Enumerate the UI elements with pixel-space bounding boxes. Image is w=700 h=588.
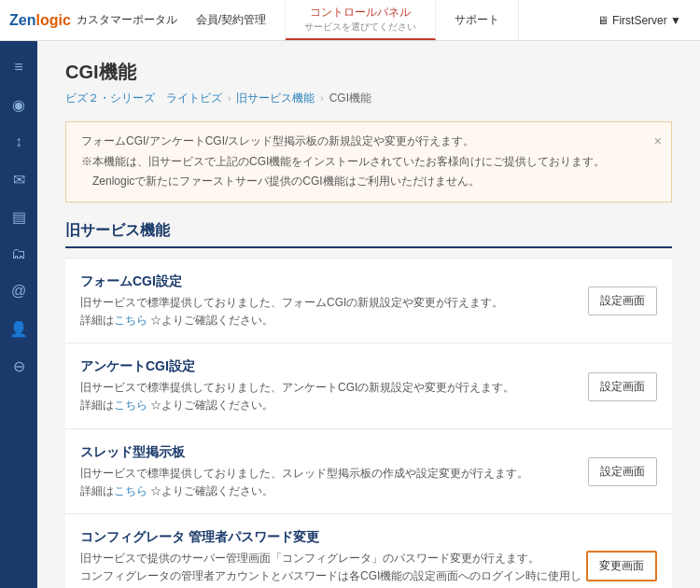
- breadcrumb-current: CGI機能: [329, 91, 371, 106]
- nav-tab-support[interactable]: サポート: [436, 0, 519, 40]
- logo: Zenlogic: [9, 12, 71, 29]
- page-title: CGI機能: [65, 60, 672, 85]
- service-item-btn-2[interactable]: 設定画面: [588, 457, 657, 486]
- nav-tab-membership-label: 会員/契約管理: [196, 13, 266, 28]
- sidebar-mail-icon[interactable]: ✉: [2, 162, 35, 196]
- service-item-3: コンフィグレータ 管理者パスワード変更旧サービスで提供のサーバー管理画面「コンフ…: [65, 514, 672, 588]
- sidebar: ≡ ◉ ↕ ✉ ▤ 🗂 @ 👤 ⊖: [0, 41, 37, 588]
- service-item-desc2-2: 詳細はこちら ☆よりご確認ください。: [80, 483, 588, 500]
- nav-tab-support-label: サポート: [455, 13, 499, 28]
- breadcrumb-old-service[interactable]: 旧サービス機能: [236, 91, 315, 106]
- service-item-0: フォームCGI設定旧サービスで標準提供しておりました、フォームCGIの新規設定や…: [65, 258, 672, 343]
- main-content: CGI機能 ビズ２・シリーズ ライトビズ › 旧サービス機能 › CGI機能 フ…: [37, 41, 700, 588]
- service-item-link-0[interactable]: こちら: [114, 314, 147, 327]
- nav-tab-controlpanel[interactable]: コントロールパネル サービスを選びてください: [286, 0, 436, 40]
- notice-line2: ※本機能は、旧サービスで上記のCGI機能をインストールされていたお客様向けにご提…: [81, 152, 643, 173]
- service-item-desc1-0: 旧サービスで標準提供しておりました、フォームCGIの新規設定や変更が行えます。: [80, 294, 588, 312]
- nav-tab-membership[interactable]: 会員/契約管理: [177, 0, 286, 40]
- main-layout: ≡ ◉ ↕ ✉ ▤ 🗂 @ 👤 ⊖ CGI機能 ビズ２・シリーズ ライトビズ ›…: [0, 41, 700, 588]
- notice-close-button[interactable]: ×: [654, 130, 662, 153]
- notice-line1: フォームCGI/アンケートCGI/スレッド型掲示板の新規設定や変更が行えます。: [81, 132, 643, 152]
- service-item-desc2-0: 詳細はこちら ☆よりご確認ください。: [80, 312, 588, 329]
- service-item-content-0: フォームCGI設定旧サービスで標準提供しておりました、フォームCGIの新規設定や…: [80, 273, 588, 329]
- user-menu[interactable]: 🖥 FirstServer ▼: [588, 14, 691, 27]
- logo-zen: Zen: [9, 12, 35, 29]
- service-item-name-2: スレッド型掲示板: [80, 444, 588, 461]
- notice-box: フォームCGI/アンケートCGI/スレッド型掲示板の新規設定や変更が行えます。 …: [65, 121, 672, 203]
- service-item-content-1: アンケートCGI設定旧サービスで標準提供しておりました、アンケートCGIの新規設…: [80, 358, 588, 414]
- nav-tab-controlpanel-sub: サービスを選びてください: [304, 21, 416, 33]
- logo-area: Zenlogic カスタマーポータル: [9, 12, 177, 29]
- sidebar-user-icon[interactable]: 👤: [2, 312, 35, 345]
- service-item-desc1-3: 旧サービスで提供のサーバー管理画面「コンフィグレータ」のパスワード変更が行えます…: [80, 550, 586, 567]
- service-item-name-1: アンケートCGI設定: [80, 358, 588, 375]
- service-item-btn-1[interactable]: 設定画面: [588, 372, 657, 401]
- service-item-desc2-1: 詳細はこちら ☆よりご確認ください。: [80, 397, 588, 414]
- service-item-btn-3[interactable]: 変更画面: [586, 551, 657, 581]
- user-label: FirstServer ▼: [612, 14, 681, 27]
- service-item-1: アンケートCGI設定旧サービスで標準提供しておりました、アンケートCGIの新規設…: [65, 343, 672, 428]
- service-item-name-0: フォームCGI設定: [80, 273, 588, 290]
- service-item-content-2: スレッド型掲示板旧サービスで標準提供しておりました、スレッド型掲示板の作成や設定…: [80, 444, 588, 500]
- service-item-name-3: コンフィグレータ 管理者パスワード変更: [80, 529, 586, 546]
- main-nav: 会員/契約管理 コントロールパネル サービスを選びてください サポート: [177, 0, 588, 40]
- sidebar-transfer-icon[interactable]: ↕: [2, 125, 35, 159]
- service-item-link-1[interactable]: こちら: [114, 399, 147, 412]
- service-item-2: スレッド型掲示板旧サービスで標準提供しておりました、スレッド型掲示板の作成や設定…: [65, 429, 672, 514]
- sidebar-globe-icon[interactable]: ◉: [2, 88, 35, 121]
- sidebar-menu-icon[interactable]: ≡: [2, 50, 35, 84]
- notice-line3: Zenlogicで新たにファーストサーバ提供のCGI機能はご利用いただけません。: [81, 172, 643, 192]
- nav-tab-controlpanel-label: コントロールパネル: [310, 6, 411, 21]
- service-item-content-3: コンフィグレータ 管理者パスワード変更旧サービスで提供のサーバー管理画面「コンフ…: [80, 529, 586, 588]
- section-title: 旧サービス機能: [65, 221, 672, 248]
- breadcrumb: ビズ２・シリーズ ライトビズ › 旧サービス機能 › CGI機能: [65, 91, 672, 106]
- logo-portal-text: カスタマーポータル: [77, 12, 177, 28]
- service-item-desc2-3: コンフィグレータの管理者アカウントとパスワードは各CGI機能の設定画面へのログイ…: [80, 567, 586, 588]
- header: Zenlogic カスタマーポータル 会員/契約管理 コントロールパネル サービ…: [0, 0, 700, 41]
- user-icon-header: 🖥: [597, 14, 609, 27]
- breadcrumb-sep-1: ›: [228, 93, 231, 104]
- breadcrumb-biz[interactable]: ビズ２・シリーズ ライトビズ: [65, 91, 222, 106]
- sidebar-minus-icon[interactable]: ⊖: [2, 349, 35, 383]
- service-item-btn-0[interactable]: 設定画面: [588, 287, 657, 315]
- sidebar-database-icon[interactable]: ▤: [2, 200, 35, 233]
- sidebar-folder-icon[interactable]: 🗂: [2, 237, 35, 271]
- breadcrumb-sep-2: ›: [320, 93, 323, 104]
- service-list: フォームCGI設定旧サービスで標準提供しておりました、フォームCGIの新規設定や…: [65, 258, 672, 588]
- service-item-desc1-1: 旧サービスで標準提供しておりました、アンケートCGIの新規設定や変更が行えます。: [80, 379, 588, 397]
- service-item-link-2[interactable]: こちら: [114, 484, 147, 497]
- sidebar-at-icon[interactable]: @: [2, 274, 35, 308]
- service-item-desc1-2: 旧サービスで標準提供しておりました、スレッド型掲示板の作成や設定変更が行えます。: [80, 465, 588, 483]
- logo-logic: logic: [35, 12, 70, 29]
